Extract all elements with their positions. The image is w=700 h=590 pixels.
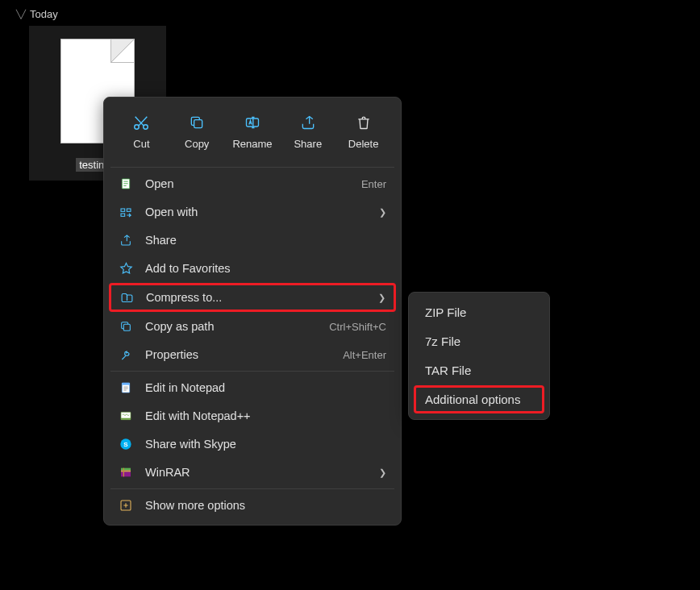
svg-rect-9 [127,209,131,211]
menu-item-open[interactable]: Open Enter [109,170,396,197]
winrar-icon [119,465,133,480]
file-group-header[interactable]: ╲╱ Today [16,8,58,20]
menu-label: Share with Skype [145,438,386,451]
svg-rect-15 [123,388,127,389]
trash-icon [355,114,373,131]
copy-path-icon [119,319,133,334]
svg-rect-13 [122,383,129,385]
notepad-icon [119,380,133,395]
menu-item-notepad[interactable]: Edit in Notepad [109,374,396,401]
delete-button[interactable]: Delete [335,110,391,153]
share-label: Share [294,138,322,150]
submenu-item-zip[interactable]: ZIP File [414,298,544,326]
svg-rect-23 [121,468,131,471]
group-label: Today [30,8,58,20]
menu-item-notepadpp[interactable]: Edit with Notepad++ [109,402,396,430]
submenu-item-tar[interactable]: TAR File [414,356,544,384]
chevron-right-icon: ❯ [379,467,386,478]
svg-rect-2 [194,120,202,128]
menu-divider [110,371,394,372]
menu-label: Add to Favorites [145,262,386,275]
svg-rect-16 [123,390,126,391]
menu-divider [110,488,394,489]
svg-text:S: S [123,441,128,448]
menu-label: Compress to... [146,291,366,304]
chevron-right-icon: ❯ [379,207,386,218]
menu-item-favorites[interactable]: Add to Favorites [109,255,396,282]
svg-rect-22 [121,470,131,472]
menu-label: Open [145,177,349,190]
archive-icon [119,290,134,305]
svg-rect-3 [246,118,258,127]
rename-label: Rename [232,138,272,150]
svg-rect-5 [123,181,127,182]
open-with-icon [119,205,133,219]
compress-submenu: ZIP File 7z File TAR File Additional opt… [408,292,550,420]
rename-button[interactable]: Rename [225,110,281,153]
share-icon [119,233,133,247]
menu-item-share[interactable]: Share [109,226,396,254]
svg-rect-14 [123,387,127,388]
star-icon [119,261,133,276]
copy-label: Copy [185,138,209,150]
document-icon [119,177,133,191]
chevron-down-icon: ╲╱ [16,10,26,19]
submenu-item-additional[interactable]: Additional options [414,385,544,413]
menu-item-open-with[interactable]: Open with ❯ [109,198,396,226]
menu-hint: Ctrl+Shift+C [329,321,386,333]
rename-icon [244,114,261,131]
menu-label: Share [145,234,386,247]
context-toolbar: Cut Copy Rename [107,102,398,164]
menu-label: Open with [145,206,367,218]
menu-hint: Alt+Enter [343,349,386,361]
copy-button[interactable]: Copy [169,110,225,153]
menu-label: Edit with Notepad++ [145,409,386,422]
delete-label: Delete [348,138,379,150]
menu-item-properties[interactable]: Properties Alt+Enter [109,341,396,368]
svg-rect-18 [121,418,131,420]
share-icon [299,114,317,131]
svg-rect-8 [121,209,125,211]
menu-item-compress[interactable]: Compress to... ❯ [109,283,396,312]
menu-item-copy-path[interactable]: Copy as path Ctrl+Shift+C [109,313,396,340]
chevron-right-icon: ❯ [378,293,385,303]
share-button[interactable]: Share [280,110,335,153]
svg-rect-6 [123,183,127,184]
menu-item-more-options[interactable]: Show more options [109,492,396,519]
menu-label: Properties [145,348,331,361]
menu-item-winrar[interactable]: WinRAR ❯ [109,459,396,486]
scissors-icon [132,114,150,131]
more-options-icon [119,498,133,513]
menu-divider [110,167,394,168]
cut-button[interactable]: Cut [114,110,169,153]
context-menu: Cut Copy Rename [103,97,402,526]
notepadpp-icon [119,409,133,423]
svg-rect-24 [123,468,124,477]
menu-label: Copy as path [145,320,317,333]
submenu-item-7z[interactable]: 7z File [414,327,544,355]
menu-label: WinRAR [145,466,367,479]
svg-rect-10 [121,214,125,216]
menu-hint: Enter [361,178,386,190]
menu-label: Show more options [145,499,386,512]
skype-icon: S [119,437,133,451]
svg-rect-11 [123,324,130,330]
menu-label: Edit in Notepad [145,381,386,394]
copy-icon [188,114,206,131]
svg-rect-7 [123,185,126,186]
cut-label: Cut [133,138,149,150]
wrench-icon [119,347,133,362]
menu-item-skype[interactable]: S Share with Skype [109,430,396,458]
